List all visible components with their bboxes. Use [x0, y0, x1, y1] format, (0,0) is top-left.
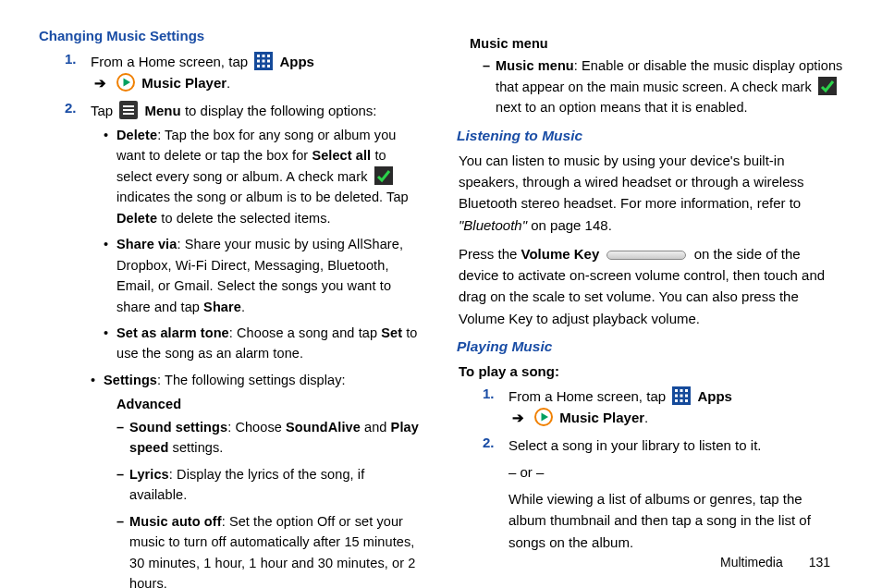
page-footer: Multimedia 131 — [720, 555, 830, 570]
svg-rect-26 — [680, 399, 683, 402]
advanced-label: Advanced — [104, 394, 425, 414]
to-play-a-song: To play a song: — [457, 361, 843, 382]
svg-rect-24 — [685, 395, 688, 398]
music-player-icon — [116, 73, 135, 92]
svg-rect-2 — [263, 55, 265, 57]
play-step-1: 1. From a Home screen, tap Apps ➔ Music … — [483, 386, 843, 429]
step-1: 1. From a Home screen, tap Apps ➔ Music … — [65, 51, 425, 94]
svg-rect-8 — [263, 65, 265, 67]
svg-rect-9 — [267, 65, 270, 67]
music-menu-list: Music menu: Enable or disable the music … — [470, 55, 843, 117]
svg-rect-7 — [257, 65, 260, 67]
svg-rect-23 — [680, 395, 683, 398]
checkmark-icon — [374, 166, 393, 185]
option-delete: Delete: Tap the box for any song or albu… — [104, 125, 425, 228]
step-2: 2. Tap Menu to display the following opt… — [65, 100, 425, 589]
option-set-alarm: Set as alarm tone: Choose a song and tap… — [104, 323, 425, 364]
left-column: Changing Music Settings 1. From a Home s… — [39, 28, 425, 588]
apps-label: Apps — [697, 388, 732, 404]
step-number: 2. — [483, 435, 495, 450]
music-menu-heading: Music menu — [470, 33, 843, 54]
svg-rect-22 — [675, 395, 678, 398]
svg-rect-3 — [267, 55, 270, 57]
advanced-list: Sound settings: Choose SoundAlive and Pl… — [104, 417, 425, 588]
option-share-via: Share via: Share your music by using All… — [104, 234, 425, 317]
svg-rect-6 — [267, 60, 270, 63]
music-player-icon — [534, 408, 553, 426]
step-number: 1. — [65, 51, 77, 67]
menu-options-list: Delete: Tap the box for any song or albu… — [91, 125, 425, 588]
apps-label: Apps — [279, 54, 314, 69]
music-menu-item: Music menu: Enable or disable the music … — [483, 55, 843, 117]
listening-paragraph-1: You can listen to music by using your de… — [457, 150, 843, 236]
checkmark-icon — [818, 77, 837, 95]
svg-rect-25 — [675, 399, 678, 402]
step-number: 1. — [483, 386, 495, 401]
adv-lyrics: Lyrics: Display the lyrics of the song, … — [116, 464, 425, 506]
footer-page-number: 131 — [809, 555, 830, 570]
svg-rect-1 — [257, 55, 260, 57]
svg-rect-19 — [675, 389, 678, 392]
option-settings: Settings: The following settings display… — [91, 370, 425, 588]
adv-sound-settings: Sound settings: Choose SoundAlive and Pl… — [116, 417, 425, 459]
menu-label: Menu — [145, 103, 181, 118]
listening-paragraph-2: Press the Volume Key on the side of the … — [457, 243, 843, 329]
music-player-label: Music Player — [141, 75, 227, 91]
svg-rect-27 — [685, 399, 688, 402]
adv-music-auto-off: Music auto off: Set the option Off or se… — [116, 511, 425, 588]
arrow-icon: ➔ — [508, 410, 528, 425]
play-steps: 1. From a Home screen, tap Apps ➔ Music … — [457, 386, 843, 553]
steps-list: 1. From a Home screen, tap Apps ➔ Music … — [39, 51, 425, 588]
apps-icon — [672, 386, 691, 405]
arrow-icon: ➔ — [91, 75, 110, 91]
footer-section: Multimedia — [720, 555, 783, 570]
svg-rect-5 — [263, 60, 265, 63]
volume-key-icon — [606, 251, 686, 260]
svg-rect-17 — [818, 77, 837, 95]
bluetooth-ref: "Bluetooth" — [459, 217, 527, 233]
music-menu-block: Music menu Music menu: Enable or disable… — [457, 33, 843, 118]
svg-rect-20 — [680, 389, 683, 392]
heading-playing-music: Playing Music — [457, 338, 843, 355]
svg-rect-21 — [685, 389, 688, 392]
svg-rect-16 — [374, 166, 393, 185]
apps-icon — [254, 52, 273, 70]
or-separator: – or – — [508, 461, 843, 483]
volume-key-label: Volume Key — [521, 246, 600, 262]
step-number: 2. — [65, 100, 77, 116]
heading-changing-music-settings: Changing Music Settings — [39, 28, 425, 43]
right-column: Music menu Music menu: Enable or disable… — [457, 28, 843, 588]
menu-icon — [119, 101, 138, 119]
heading-listening-to-music: Listening to Music — [457, 128, 843, 144]
music-player-label: Music Player — [559, 410, 644, 425]
svg-rect-4 — [257, 60, 260, 63]
play-step-2: 2. Select a song in your library to list… — [483, 435, 843, 553]
